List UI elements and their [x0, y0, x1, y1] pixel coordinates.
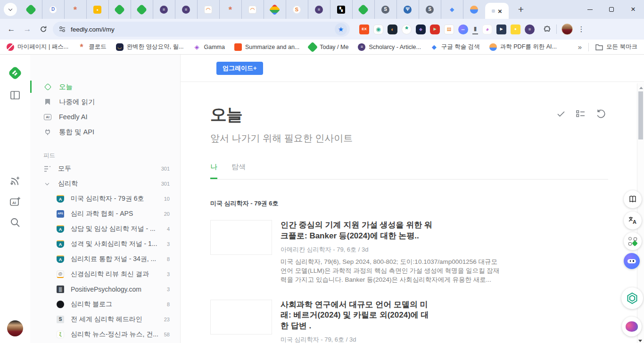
bookmark-item[interactable]: ◆ 구글 학술 검색	[430, 43, 480, 51]
feed-item[interactable]: ▓ PositivePsychology.com 3	[30, 282, 180, 297]
chevron-down-icon[interactable]	[43, 180, 51, 188]
extension-icon[interactable]: ◐	[388, 24, 397, 34]
sidebar-item-today[interactable]: 오늘	[30, 79, 180, 94]
article-title[interactable]: 사회과학 연구에서 대규모 언어 모델의 미래: 베르거(2024) 및 카릴로…	[281, 300, 436, 332]
bookmark-star-icon[interactable]: ★	[335, 23, 347, 35]
user-avatar[interactable]	[7, 320, 23, 336]
back-button[interactable]: ←	[5, 23, 18, 36]
search-icon[interactable]	[9, 217, 21, 228]
browser-tab[interactable]: ▚	[330, 0, 352, 19]
article-title[interactable]: 인간 중심의 기계 지원 가설 생성을 위한 워크플로: Banker 등(20…	[281, 220, 436, 242]
ai-assistant-button[interactable]	[621, 287, 643, 309]
sidebar-item-read-later[interactable]: 나중에 읽기	[30, 94, 180, 109]
browser-tab[interactable]: D	[42, 0, 64, 19]
browser-tab[interactable]: *	[64, 0, 86, 19]
shapes-extension-button[interactable]	[624, 232, 642, 250]
extension-icon[interactable]: ▶	[496, 24, 506, 34]
bookmark-item[interactable]: Summarize and an...	[234, 43, 299, 51]
browser-tab[interactable]	[20, 0, 42, 19]
extension-icon[interactable]: ▶	[430, 24, 440, 34]
profile-avatar[interactable]	[561, 24, 573, 35]
feed-item[interactable]: A 상담 및 임상 심리학 저널 - ... 4	[30, 221, 180, 237]
feedly-logo[interactable]	[7, 65, 23, 81]
minimize-button[interactable]	[579, 0, 601, 19]
browser-tab[interactable]	[463, 0, 485, 19]
browser-tab[interactable]: ≡	[175, 0, 197, 19]
monica-extension-button[interactable]	[624, 253, 640, 269]
bookmark-item[interactable]: Today / Me	[309, 43, 348, 51]
reload-button[interactable]	[37, 23, 50, 36]
extension-icon[interactable]: EX	[359, 24, 369, 34]
browser-tab[interactable]: ◠	[241, 0, 264, 19]
browser-tab[interactable]: ◆	[441, 0, 463, 19]
browser-tab[interactable]: ≡	[308, 0, 330, 19]
upgrade-button[interactable]: 업그레이드+	[216, 62, 263, 75]
address-bar[interactable]: feedly.com/i/my ★	[53, 22, 350, 37]
feed-item[interactable]: A 미국 심리학자 - 79권 6호 10	[30, 191, 180, 206]
extension-icon[interactable]: ▮	[472, 24, 478, 34]
tab-close-icon[interactable]: ×	[498, 8, 502, 15]
bookmark-item[interactable]: 마이페이지 | 패스...	[7, 43, 68, 51]
bookmark-item[interactable]: * 클로드	[78, 43, 107, 51]
article-item[interactable]: 사회과학 연구에서 대규모 언어 모델의 미래: 베르거(2024) 및 카릴로…	[210, 300, 644, 343]
tab-explore[interactable]: 탐색	[231, 163, 246, 179]
extension-icon[interactable]: ≡	[525, 24, 535, 34]
bookmark-item[interactable]: ◡ 완벽한 영상요약, 릴...	[116, 43, 184, 51]
sidebar-item-feedly-ai[interactable]: AI Feedly AI	[30, 109, 180, 124]
extension-icon[interactable]: *	[402, 24, 412, 34]
feed-item[interactable]: A 심리치료 통합 저널 - 34권, ... 8	[30, 252, 180, 267]
brain-extension-button[interactable]	[622, 317, 642, 336]
bookmark-item[interactable]: 과학 PDF를 위한 AI...	[489, 43, 557, 51]
browser-tab-active[interactable]: ×	[485, 3, 509, 19]
browser-tab[interactable]: S	[374, 0, 396, 19]
feed-item[interactable]: @ 신경심리학 리뷰 최신 결과 3	[30, 267, 180, 282]
extension-icon[interactable]: ▤	[444, 24, 454, 34]
scrollbar-thumb[interactable]	[638, 91, 643, 139]
extension-icon[interactable]: ◕	[482, 24, 492, 34]
extension-icon[interactable]: ◉	[373, 24, 383, 34]
feed-item[interactable]: APS 심리 과학 협회 - APS 20	[30, 206, 180, 221]
browser-tab[interactable]	[352, 0, 374, 19]
browser-tab[interactable]	[264, 0, 286, 19]
browser-tab[interactable]: S	[419, 0, 441, 19]
new-tab-button[interactable]: +	[514, 3, 528, 16]
browser-tab[interactable]	[108, 0, 131, 19]
browser-tab[interactable]: Ψ	[396, 0, 419, 19]
extensions-puzzle-icon[interactable]	[542, 24, 552, 34]
add-ai-feed-icon[interactable]: AI	[9, 196, 21, 207]
browser-tab[interactable]: S	[286, 0, 308, 19]
extension-icon[interactable]: ●	[511, 24, 520, 34]
sidebar-item-all[interactable]: 모두 301	[30, 161, 180, 176]
maximize-button[interactable]	[601, 0, 622, 19]
article-item[interactable]: 인간 중심의 기계 지원 가설 생성을 위한 워크플로: Banker 등(20…	[210, 220, 644, 285]
bookmarks-overflow-button[interactable]: »	[578, 43, 582, 51]
browser-tab[interactable]: ●	[86, 0, 108, 19]
browser-tab[interactable]: ≡	[153, 0, 175, 19]
tab-search-button[interactable]	[4, 3, 17, 16]
forward-button[interactable]: →	[21, 23, 34, 36]
extension-icon[interactable]: ◆	[416, 24, 426, 34]
board-view-icon[interactable]	[9, 90, 21, 101]
refresh-button[interactable]	[594, 107, 606, 119]
bookmark-item[interactable]: ≡ Scholarcy - Article...	[358, 43, 421, 51]
feed-item[interactable]: 심리학 블로그 8	[30, 297, 180, 312]
reader-extension-button[interactable]	[624, 190, 642, 208]
browser-tab[interactable]: *	[219, 0, 241, 19]
sidebar-item-integrations-api[interactable]: 통합 및 API	[30, 124, 180, 139]
bookmark-item[interactable]: ◈ Gamma	[193, 43, 224, 51]
feed-item[interactable]: ξ 심리학 뉴스-정신과 뉴스, 건... 58	[30, 327, 180, 342]
url-text[interactable]: feedly.com/i/my	[71, 26, 330, 33]
browser-tab[interactable]: ◠	[197, 0, 219, 19]
feed-item[interactable]: A 성격 및 사회심리학 저널 - 1... 3	[30, 237, 180, 252]
chrome-menu-icon[interactable]: ⋮	[576, 25, 587, 33]
tab-me[interactable]: 나	[210, 163, 217, 179]
translate-extension-button[interactable]: A	[624, 212, 642, 229]
corner-caret-icon[interactable]	[638, 340, 642, 342]
all-bookmarks-button[interactable]: 모든 북마크	[595, 43, 637, 51]
add-feed-icon[interactable]	[9, 175, 21, 187]
site-settings-icon[interactable]	[58, 25, 66, 33]
scrollbar-up-arrow[interactable]	[639, 87, 643, 89]
feed-item[interactable]: S 전 세계 심리학 헤드라인 23	[30, 312, 180, 327]
mark-all-read-button[interactable]	[555, 107, 567, 119]
sidebar-category-psychology[interactable]: 심리학 301	[30, 176, 180, 191]
